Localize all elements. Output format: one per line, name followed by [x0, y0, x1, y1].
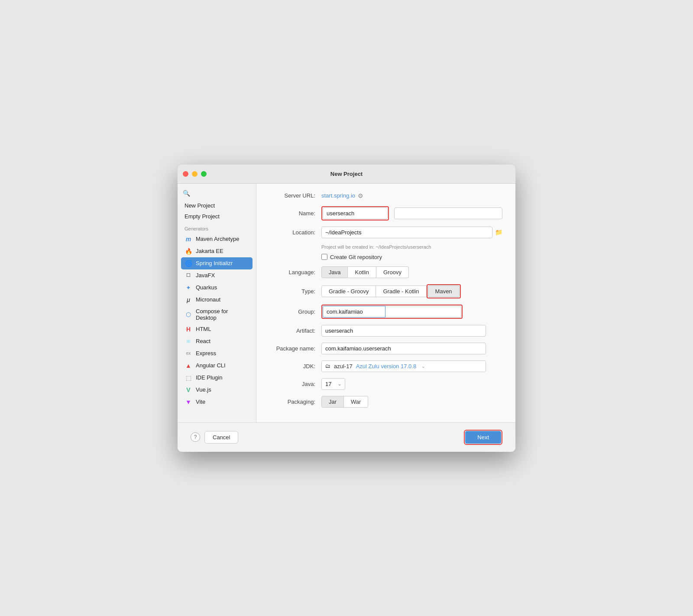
packaging-war-btn[interactable]: War [344, 396, 368, 408]
close-button[interactable] [183, 171, 188, 177]
language-kotlin-btn[interactable]: Kotlin [348, 266, 376, 278]
express-icon: ex [185, 350, 192, 357]
name-input[interactable] [323, 207, 388, 219]
vuejs-label: Vue.js [196, 386, 211, 393]
vite-icon: ▼ [185, 398, 192, 406]
dialog-body: 🔍 New Project Empty Project Generators m… [178, 184, 515, 422]
jdk-dropdown[interactable]: 🗂 azul-17 Azul Zulu version 17.0.8 ⌄ [321, 360, 486, 372]
sidebar-item-angular-cli[interactable]: ▲ Angular CLI [181, 360, 253, 372]
cancel-button[interactable]: Cancel [204, 431, 238, 444]
sidebar-item-vite[interactable]: ▼ Vite [181, 396, 253, 408]
micronaut-label: Micronaut [196, 296, 220, 303]
package-name-input[interactable] [321, 343, 486, 354]
java-label: Java: [269, 381, 321, 387]
gear-icon[interactable]: ⚙ [358, 192, 363, 199]
vite-label: Vite [196, 399, 205, 405]
type-gradle-groovy-btn[interactable]: Gradle - Groovy [321, 285, 376, 297]
react-icon: ⚛ [185, 337, 192, 345]
group-input[interactable] [323, 306, 385, 318]
javafx-icon: ☐ [185, 272, 192, 279]
jdk-label: JDK: [269, 363, 321, 370]
java-select[interactable]: 17 11 8 21 [321, 378, 345, 390]
jdk-full-label: Azul Zulu version 17.0.8 [356, 363, 416, 370]
sidebar-item-compose-for-desktop[interactable]: ⬡ Compose for Desktop [181, 306, 253, 323]
java-row: Java: 17 11 8 21 [269, 378, 502, 390]
sidebar-item-micronaut[interactable]: μ Micronaut [181, 294, 253, 306]
location-input-row: 📁 [321, 227, 502, 238]
group-row: Group: [269, 305, 502, 319]
package-name-row: Package name: [269, 343, 502, 354]
packaging-btn-group: Jar War [321, 396, 368, 408]
sidebar-item-react[interactable]: ⚛ React [181, 335, 253, 347]
new-project-dialog: New Project 🔍 New Project Empty Project … [178, 165, 515, 452]
sidebar-item-jakarta-ee[interactable]: 🔥 Jakarta EE [181, 245, 253, 257]
packaging-jar-btn[interactable]: Jar [321, 396, 344, 408]
sidebar-item-ide-plugin[interactable]: ⬚ IDE Plugin [181, 372, 253, 384]
minimize-button[interactable] [192, 171, 198, 177]
sidebar-item-empty-project[interactable]: Empty Project [181, 211, 253, 222]
help-button[interactable]: ? [191, 432, 200, 442]
name-row: Name: [269, 206, 502, 220]
type-maven-btn[interactable]: Maven [428, 285, 460, 297]
artifact-control [321, 325, 502, 337]
type-gradle-kotlin-btn[interactable]: Gradle - Kotlin [376, 285, 426, 297]
search-area[interactable]: 🔍 [178, 187, 256, 200]
maximize-button[interactable] [201, 171, 207, 177]
type-control: Gradle - Groovy Gradle - Kotlin Maven [321, 284, 502, 298]
main-content: Server URL: start.spring.io ⚙ Name: Loca… [256, 184, 515, 422]
sidebar-item-javafx[interactable]: ☐ JavaFX [181, 269, 253, 282]
package-name-control [321, 343, 502, 354]
jdk-version: azul-17 [334, 363, 353, 370]
sidebar-item-maven-archetype[interactable]: m Maven Archetype [181, 233, 253, 245]
compose-label: Compose for Desktop [196, 308, 249, 321]
sidebar-item-html[interactable]: H HTML [181, 323, 253, 335]
vuejs-icon: V [185, 386, 192, 394]
location-label: Location: [269, 229, 321, 236]
titlebar: New Project [178, 165, 515, 184]
maven-archetype-icon: m [185, 235, 192, 243]
sidebar-item-quarkus[interactable]: ✦ Quarkus [181, 282, 253, 294]
server-url-link[interactable]: start.spring.io [321, 192, 355, 199]
name-extra-input[interactable] [394, 207, 502, 219]
dialog-title: New Project [330, 171, 363, 177]
maven-archetype-label: Maven Archetype [196, 236, 239, 242]
server-url-row: Server URL: start.spring.io ⚙ [269, 192, 502, 199]
html-label: HTML [196, 326, 211, 332]
sidebar-item-vuejs[interactable]: V Vue.js [181, 384, 253, 396]
top-items: New Project Empty Project [178, 200, 256, 222]
sidebar-item-spring-initializr[interactable]: 🌀 Spring Initializr [181, 257, 253, 269]
spring-initializr-icon: 🌀 [185, 259, 192, 267]
ide-plugin-label: IDE Plugin [196, 374, 222, 381]
jdk-control: 🗂 azul-17 Azul Zulu version 17.0.8 ⌄ [321, 360, 502, 372]
packaging-row: Packaging: Jar War [269, 396, 502, 408]
package-name-label: Package name: [269, 345, 321, 352]
next-button[interactable]: Next [465, 431, 501, 444]
html-icon: H [185, 325, 192, 333]
git-checkbox-row: Create Git repository [321, 254, 502, 260]
git-checkbox[interactable] [321, 254, 327, 260]
react-label: React [196, 338, 210, 344]
sidebar: 🔍 New Project Empty Project Generators m… [178, 184, 256, 422]
spring-initializr-label: Spring Initializr [196, 260, 233, 266]
language-row: Language: Java Kotlin Groovy [269, 266, 502, 278]
type-btn-group: Gradle - Groovy Gradle - Kotlin Maven [321, 284, 461, 298]
jakarta-ee-label: Jakarta EE [196, 248, 223, 254]
language-control: Java Kotlin Groovy [321, 266, 502, 278]
group-control [321, 305, 502, 319]
group-extra-input[interactable] [385, 306, 461, 318]
language-groovy-btn[interactable]: Groovy [376, 266, 409, 278]
generators-list: m Maven Archetype 🔥 Jakarta EE 🌀 Spring … [178, 233, 256, 408]
name-label: Name: [269, 210, 321, 217]
group-field-wrapper [321, 305, 463, 319]
artifact-label: Artifact: [269, 327, 321, 334]
sidebar-item-new-project[interactable]: New Project [181, 200, 253, 211]
language-java-btn[interactable]: Java [321, 266, 348, 278]
java-select-wrapper: 17 11 8 21 [321, 378, 345, 390]
location-input[interactable] [321, 227, 492, 238]
location-control: 📁 [321, 227, 502, 238]
folder-icon[interactable]: 📁 [495, 229, 502, 236]
angular-label: Angular CLI [196, 362, 226, 369]
sidebar-item-express[interactable]: ex Express [181, 347, 253, 360]
artifact-input[interactable] [321, 325, 486, 337]
window-controls [183, 171, 207, 177]
